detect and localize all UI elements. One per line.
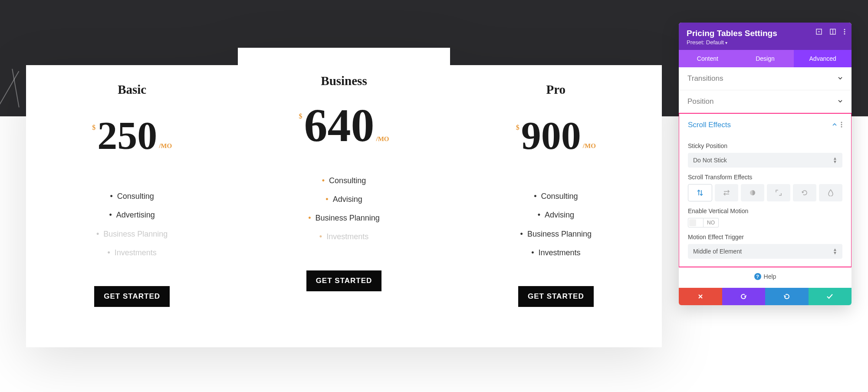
price-value: 900: [521, 119, 581, 152]
get-started-button[interactable]: GET STARTED: [518, 286, 594, 307]
tab-content[interactable]: Content: [679, 50, 736, 67]
pricing-card-pro[interactable]: Pro $ 900 /MO Consulting Advising Busine…: [450, 65, 662, 347]
svg-point-8: [841, 124, 842, 125]
svg-point-9: [841, 126, 842, 127]
field-label: Enable Vertical Motion: [688, 208, 842, 214]
feature-item: Consulting: [251, 171, 437, 190]
feature-item: Advising: [251, 190, 437, 209]
get-started-button[interactable]: GET STARTED: [306, 270, 382, 291]
vertical-motion-toggle[interactable]: [688, 218, 704, 227]
vertical-motion-toggle-row: NO: [688, 218, 842, 227]
select-value: Do Not Stick: [693, 157, 727, 164]
section-label: Scroll Effects: [688, 121, 731, 129]
effect-blur-button[interactable]: [819, 184, 842, 201]
pricing-card-business[interactable]: Business $ 640 /MO Consulting Advising B…: [238, 48, 450, 347]
effect-fade-button[interactable]: [741, 184, 764, 201]
feature-item: Business Planning: [463, 225, 649, 244]
help-label: Help: [764, 273, 776, 280]
feature-item: Advising: [463, 206, 649, 224]
section-transitions: Transitions: [679, 67, 852, 90]
feature-item: Investments: [251, 227, 437, 246]
field-label: Motion Effect Trigger: [688, 234, 842, 240]
redo-button[interactable]: [765, 288, 809, 305]
feature-item: Consulting: [39, 187, 225, 206]
effect-vertical-button[interactable]: [688, 184, 712, 201]
settings-panel: Pricing Tables Settings Preset: Default …: [679, 23, 852, 305]
transform-effects-row: [688, 184, 842, 201]
currency: $: [299, 112, 302, 120]
svg-point-5: [844, 31, 845, 33]
panel-header[interactable]: Pricing Tables Settings Preset: Default: [679, 23, 852, 50]
svg-point-4: [844, 29, 845, 30]
pricing-card-basic[interactable]: Basic $ 250 /MO Consulting Advertising B…: [26, 65, 238, 347]
section-label: Position: [687, 97, 713, 106]
svg-point-6: [844, 33, 845, 35]
get-started-button[interactable]: GET STARTED: [94, 286, 170, 307]
select-arrows-icon: ▲▼: [833, 157, 837, 164]
select-value: Middle of Element: [693, 248, 742, 255]
price-period: /MO: [159, 142, 172, 150]
tab-design[interactable]: Design: [736, 50, 794, 67]
more-icon[interactable]: [844, 29, 845, 35]
save-button[interactable]: [809, 288, 852, 305]
section-toggle[interactable]: Position: [679, 90, 852, 113]
feature-list: Consulting Advertising Business Planning…: [39, 187, 225, 262]
price-value: 250: [97, 119, 157, 152]
pricing-tables: Basic $ 250 /MO Consulting Advertising B…: [26, 65, 662, 347]
plan-title: Pro: [463, 82, 649, 97]
section-body: Sticky Position Do Not Stick ▲▼ Scroll T…: [679, 142, 851, 267]
field-label: Scroll Transform Effects: [688, 174, 842, 181]
feature-item: Advertising: [39, 206, 225, 224]
preset-dropdown[interactable]: Preset: Default: [687, 39, 844, 46]
section-position: Position: [679, 90, 852, 113]
toggle-value: NO: [704, 218, 719, 227]
currency: $: [92, 124, 95, 132]
feature-list: Consulting Advising Business Planning In…: [463, 187, 649, 262]
feature-item: Investments: [463, 244, 649, 262]
cancel-button[interactable]: [679, 288, 722, 305]
plan-title: Basic: [39, 82, 225, 97]
help-icon: ?: [754, 273, 761, 280]
sticky-position-select[interactable]: Do Not Stick ▲▼: [688, 153, 842, 168]
feature-item: Business Planning: [251, 209, 437, 227]
price-value: 640: [304, 105, 374, 145]
panel-tabs: Content Design Advanced: [679, 50, 852, 67]
feature-list: Consulting Advising Business Planning In…: [251, 171, 437, 247]
svg-point-7: [841, 122, 842, 123]
effect-scale-button[interactable]: [767, 184, 790, 201]
section-toggle[interactable]: Transitions: [679, 67, 852, 90]
section-label: Transitions: [687, 74, 723, 83]
select-arrows-icon: ▲▼: [833, 248, 837, 255]
effect-horizontal-button[interactable]: [715, 184, 738, 201]
price-period: /MO: [376, 135, 389, 143]
expand-icon[interactable]: [816, 29, 822, 35]
section-scroll-effects: Scroll Effects Sticky Position Do Not St…: [679, 113, 852, 267]
chevron-down-icon: [838, 98, 843, 105]
field-label: Sticky Position: [688, 142, 842, 149]
section-toggle[interactable]: Scroll Effects: [679, 114, 851, 136]
price-period: /MO: [583, 142, 596, 150]
undo-button[interactable]: [722, 288, 766, 305]
price-row: $ 900 /MO: [463, 119, 649, 152]
price-row: $ 640 /MO: [251, 105, 437, 145]
feature-item: Business Planning: [39, 225, 225, 244]
chevron-up-icon: [832, 122, 837, 128]
tab-advanced[interactable]: Advanced: [794, 50, 852, 67]
price-row: $ 250 /MO: [39, 119, 225, 152]
currency: $: [516, 124, 519, 132]
svg-point-1: [819, 31, 820, 33]
chevron-down-icon: [838, 75, 843, 82]
feature-item: Investments: [39, 244, 225, 262]
panel-footer: [679, 288, 852, 305]
plan-title: Business: [251, 74, 437, 88]
feature-item: Consulting: [463, 187, 649, 206]
snap-icon[interactable]: [830, 29, 836, 35]
section-more-icon[interactable]: [841, 122, 842, 129]
help-row[interactable]: ? Help: [679, 267, 852, 288]
effect-rotate-button[interactable]: [793, 184, 816, 201]
motion-trigger-select[interactable]: Middle of Element ▲▼: [688, 244, 842, 259]
